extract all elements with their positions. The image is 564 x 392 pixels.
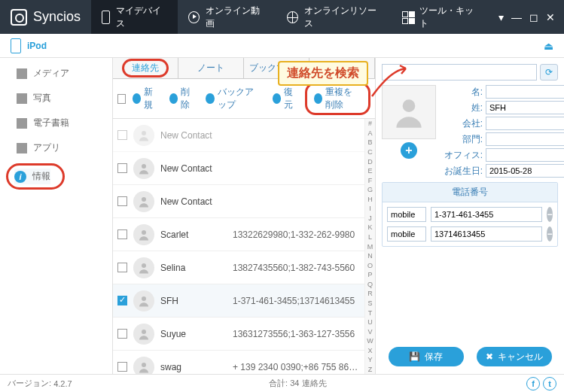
app-logo: Syncios [0,9,91,26]
input-dept[interactable] [486,132,564,146]
select-all-checkbox[interactable] [117,94,126,104]
alpha-Q[interactable]: Q [365,280,375,290]
sidebar-item-apps[interactable]: アプリ [0,135,112,160]
alpha-N[interactable]: N [365,251,375,261]
contact-name: Suyue [160,329,227,339]
dedupe-icon [314,93,322,104]
alpha-M[interactable]: M [365,242,375,251]
alpha-K[interactable]: K [365,223,375,232]
alpha-B[interactable]: B [365,138,375,147]
label-surname: 姓: [444,102,483,114]
alpha-I[interactable]: I [365,204,375,214]
svg-point-3 [142,230,146,235]
menu-dropdown-button[interactable]: ▾ [498,11,504,23]
search-input[interactable] [382,64,537,81]
refresh-button[interactable]: ⟳ [540,64,558,81]
sidebar-item-info[interactable]: i 情報 [14,169,50,184]
toolbar-backup[interactable]: バックアップ [202,84,265,113]
alpha-P[interactable]: P [365,270,375,280]
toolbar-dedupe[interactable]: 重複を削除 [310,84,365,113]
alpha-A[interactable]: A [365,129,375,138]
tab-notes[interactable]: ノート [178,58,244,78]
input-name[interactable] [486,85,564,99]
toolbar-delete[interactable]: 削除 [166,84,200,113]
alpha-F[interactable]: F [365,175,375,185]
alpha-R[interactable]: R [365,289,375,299]
avatar-icon [133,257,154,278]
input-birthday[interactable] [486,164,564,178]
alpha-H[interactable]: H [365,195,375,205]
phone-delete-button[interactable]: − [547,226,553,242]
contact-row[interactable]: swag+ 139 2340 0390;+86 755 8611 77... [113,351,364,374]
row-checkbox[interactable] [117,163,127,173]
tab-contacts[interactable]: 連絡先 [113,58,178,78]
phone-value[interactable] [431,207,542,222]
alpha-O[interactable]: O [365,260,375,270]
alpha-L[interactable]: L [365,232,375,242]
alpha-T[interactable]: T [365,308,375,318]
alpha-G[interactable]: G [365,185,375,195]
alpha-Z[interactable]: Z [365,365,375,374]
alpha-X[interactable]: X [365,346,375,356]
eject-button[interactable]: ⏏ [544,40,553,52]
row-checkbox[interactable] [117,229,127,239]
twitter-icon[interactable]: t [543,377,556,390]
nav-online-video[interactable]: オンライン動画 [178,0,276,34]
minimize-button[interactable]: — [511,11,522,23]
save-button[interactable]: 💾 保存 [389,347,464,366]
alpha-S[interactable]: S [365,299,375,308]
row-checkbox[interactable] [117,296,127,305]
cancel-button[interactable]: ✖ キャンセル [477,347,552,366]
alpha-Y[interactable]: Y [365,355,375,365]
row-checkbox[interactable] [117,329,127,339]
nav-toolkit[interactable]: ツール・キット [392,0,489,34]
phone-value[interactable] [431,226,542,242]
logo-icon [11,9,27,26]
toolbar-restore[interactable]: 復元 [269,84,303,113]
contact-row[interactable]: New Contact [113,119,364,152]
add-photo-button[interactable]: + [401,142,417,159]
alpha-C[interactable]: C [365,147,375,157]
contact-name: SFH [160,296,227,306]
phone-label[interactable] [387,226,426,242]
alpha-index[interactable]: #ABCDEFGHIJKLMNOPQRSTUVWXYZ [364,119,375,374]
alpha-W[interactable]: W [365,336,375,346]
alpha-V[interactable]: V [365,327,375,336]
row-checkbox[interactable] [117,362,127,372]
sidebar-item-media[interactable]: メディア [0,61,112,86]
contact-list[interactable]: New ContactNew ContactNew ContactScarlet… [113,119,364,374]
sidebar-item-photos[interactable]: 写真 [0,86,112,111]
label-name: 名: [444,86,483,99]
nav-my-device[interactable]: マイデバイス [91,0,178,34]
row-checkbox[interactable] [117,196,127,206]
nav-online-resource[interactable]: オンラインリソース [276,0,392,34]
book-icon [17,118,27,129]
contact-photo[interactable] [382,85,436,139]
row-checkbox[interactable] [117,130,127,140]
contact-row[interactable]: Scarlet13322629980;1-332-262-9980 [113,218,364,251]
input-surname[interactable] [486,101,564,114]
row-checkbox[interactable] [117,263,127,272]
sidebar-item-ebooks[interactable]: 電子書籍 [0,111,112,135]
toolbar-new[interactable]: 新規 [129,84,163,113]
maximize-button[interactable]: ◻ [529,11,538,23]
contact-row[interactable]: SFH1-371-461-3455;13714613455 [113,284,364,318]
title-bar: Syncios マイデバイス オンライン動画 オンラインリソース ツール・キット… [0,0,564,34]
close-button[interactable]: ✕ [546,11,555,23]
contact-row[interactable]: New Contact [113,152,364,185]
input-office[interactable] [486,148,564,162]
input-company[interactable] [486,117,564,130]
center-panel: 連絡先 ノート ブックマーク メッセージ 新規 削除 バックアップ 復元 重複を… [113,58,376,374]
contact-row[interactable]: Suyue13631273556;1-363-127-3556 [113,318,364,351]
avatar-icon [133,357,154,375]
alpha-E[interactable]: E [365,166,375,176]
alpha-J[interactable]: J [365,214,375,223]
contact-row[interactable]: New Contact [113,185,364,218]
alpha-U[interactable]: U [365,318,375,327]
facebook-icon[interactable]: f [526,377,540,390]
alpha-D[interactable]: D [365,156,375,166]
phone-delete-button[interactable]: − [547,207,553,222]
contact-row[interactable]: Selina13827435560;1-382-743-5560 [113,251,364,284]
alpha-#[interactable]: # [365,119,375,129]
phone-label[interactable] [387,207,426,222]
